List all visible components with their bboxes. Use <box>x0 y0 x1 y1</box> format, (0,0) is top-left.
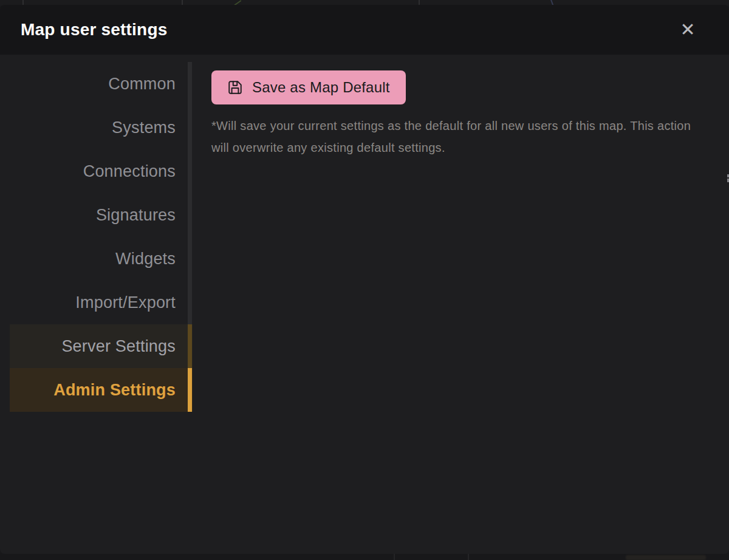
sidebar-item-server-settings[interactable]: Server Settings <box>10 324 193 368</box>
close-button[interactable]: ✕ <box>676 18 700 42</box>
sidebar-item-label: Connections <box>83 162 176 181</box>
sidebar-item-import-export[interactable]: Import/Export <box>10 281 193 324</box>
settings-sidebar: CommonSystemsConnectionsSignaturesWidget… <box>0 55 193 554</box>
admin-settings-panel: Save as Map Default *Will save your curr… <box>193 55 729 554</box>
settings-tab-list: CommonSystemsConnectionsSignaturesWidget… <box>10 62 193 412</box>
active-tab-indicator <box>188 368 192 412</box>
sidebar-item-admin-settings[interactable]: Admin Settings <box>10 368 193 412</box>
sidebar-item-widgets[interactable]: Widgets <box>10 237 193 281</box>
background-divider <box>394 553 395 560</box>
save-button-label: Save as Map Default <box>252 79 390 96</box>
sidebar-item-label: Common <box>108 75 176 94</box>
floppy-disk-icon <box>227 80 243 95</box>
sidebar-item-label: Widgets <box>115 250 176 268</box>
sidebar-item-label: Systems <box>112 118 176 137</box>
admin-note: *Will save your current settings as the … <box>211 115 697 159</box>
map-user-settings-dialog: Map user settings ✕ CommonSystemsConnect… <box>0 5 729 554</box>
sidebar-item-systems[interactable]: Systems <box>10 106 193 149</box>
sidebar-item-common[interactable]: Common <box>10 62 193 106</box>
background-divider <box>468 553 469 560</box>
close-icon: ✕ <box>680 21 695 39</box>
background-page-bottom-strip <box>0 553 729 560</box>
sidebar-item-label: Import/Export <box>75 293 176 312</box>
sidebar-item-connections[interactable]: Connections <box>10 149 193 193</box>
dialog-body: CommonSystemsConnectionsSignaturesWidget… <box>0 55 729 554</box>
dialog-title: Map user settings <box>21 20 167 39</box>
sidebar-item-label: Admin Settings <box>53 381 176 400</box>
sidebar-item-label: Signatures <box>96 206 176 225</box>
sidebar-item-signatures[interactable]: Signatures <box>10 193 193 237</box>
sidebar-item-label: Server Settings <box>61 337 176 356</box>
tab-indicator <box>188 324 192 368</box>
background-faint-text <box>626 555 706 560</box>
dialog-header: Map user settings ✕ <box>0 5 729 55</box>
save-as-map-default-button[interactable]: Save as Map Default <box>211 70 406 104</box>
